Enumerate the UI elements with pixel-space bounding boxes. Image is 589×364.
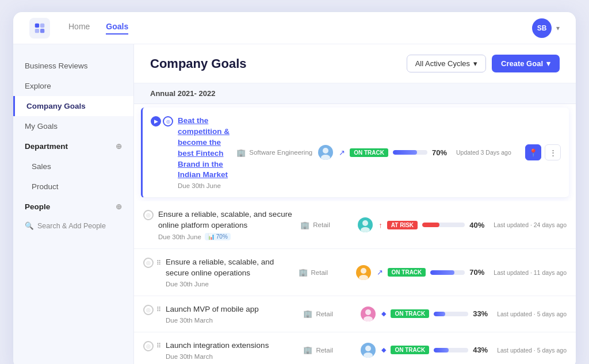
goal-4-trend-icon: ◆ — [381, 310, 386, 317]
goal-4-updated: Last updated · 5 days ago — [497, 311, 567, 317]
goal-3-expand-icon[interactable]: ◎ — [143, 258, 154, 268]
nav-links: Home Goals — [68, 22, 532, 35]
goal-2-badge: 📊70% — [205, 233, 231, 240]
cycles-chevron-icon: ▾ — [473, 59, 477, 68]
sidebar-item-people[interactable]: People ⊕ — [13, 197, 133, 217]
goal-2-trend-icon: ↑ — [378, 221, 383, 229]
goal-5-dept: Retail — [316, 347, 332, 354]
goal-1-dept: Software Engineering — [249, 149, 312, 156]
svg-rect-3 — [40, 28, 44, 32]
goal-1-due: Due 30th June — [178, 182, 231, 189]
goal-1-status: ON TRACK — [350, 148, 388, 157]
goal-1-title[interactable]: Beat the competition & become the best F… — [178, 116, 231, 181]
goal-4-status: ON TRACK — [391, 309, 429, 318]
goal-3-text: Ensure a reliable, scalable, and secure … — [166, 257, 293, 288]
content-header: Company Goals All Active Cycles ▾ Create… — [134, 44, 576, 83]
goal-1-dept-icon: 🏢 — [236, 148, 246, 157]
svg-point-12 — [365, 346, 371, 351]
user-menu-chevron[interactable]: ▾ — [556, 24, 560, 32]
svg-point-10 — [365, 309, 371, 315]
goal-5-due: Due 30th March — [166, 353, 269, 360]
goal-1-pin-button[interactable]: 📍 — [525, 144, 541, 160]
goal-row-1-left: ▶ ◎ Beat the competition & become the be… — [151, 116, 231, 189]
goal-1-more-button[interactable]: ⋮ — [545, 144, 561, 160]
goal-1-pct: 70% — [432, 148, 450, 157]
goal-row-3: ◎ ⠿ Ensure a reliable, scalable, and sec… — [134, 249, 576, 296]
goal-1-trend-icon: ↗ — [339, 148, 345, 157]
goal-5-pct: 43% — [473, 346, 491, 354]
user-avatar-nav[interactable]: SB — [532, 18, 552, 38]
svg-point-7 — [361, 227, 370, 232]
goal-2-progress-bar — [422, 223, 465, 227]
sidebar-item-my-goals[interactable]: My Goals — [13, 116, 133, 136]
top-nav: Home Goals SB ▾ — [13, 12, 576, 44]
goal-1-meta: 🏢 Software Engineering — [236, 148, 312, 157]
goal-4-progress: ◆ ON TRACK 33% — [381, 309, 491, 318]
svg-point-6 — [362, 220, 368, 226]
goal-3-avatar — [356, 265, 371, 280]
goal-2-dept-icon: 🏢 — [300, 221, 309, 229]
goal-2-avatar — [358, 217, 373, 232]
sidebar-item-sales[interactable]: Sales — [13, 156, 133, 177]
sidebar: Business Reviews Explore Company Goals M… — [13, 44, 134, 364]
goal-5-progress-fill — [434, 348, 449, 352]
goal-row-1: ▶ ◎ Beat the competition & become the be… — [141, 108, 569, 198]
nav-right: SB ▾ — [532, 18, 560, 38]
goal-2-progress-fill — [422, 223, 439, 227]
goals-list: Annual 2021- 2022 ▶ ◎ Beat the competiti… — [134, 83, 576, 364]
goal-4-meta: 🏢 Retail — [303, 309, 355, 318]
nav-home[interactable]: Home — [68, 22, 90, 35]
svg-point-8 — [361, 268, 366, 274]
goal-5-title[interactable]: Launch integration extensions — [166, 340, 269, 351]
goal-5-expand-icon[interactable]: ◎ — [143, 341, 154, 351]
people-search-icon[interactable]: ⊕ — [116, 202, 122, 211]
nav-goals[interactable]: Goals — [106, 22, 128, 35]
goal-5-updated: Last updated · 5 days ago — [497, 347, 567, 354]
sidebar-item-company-goals[interactable]: Company Goals — [13, 96, 133, 116]
search-add-people-icon: 🔍 — [25, 221, 34, 230]
goal-5-progress-bar — [434, 348, 468, 352]
goal-1-progress-fill — [393, 150, 417, 155]
goal-3-dept: Retail — [311, 269, 328, 276]
goal-2-expand-icon[interactable]: ◎ — [143, 210, 154, 220]
goal-3-dept-icon: 🏢 — [299, 268, 308, 277]
goal-2-meta: 🏢 Retail — [300, 221, 352, 229]
sidebar-item-product[interactable]: Product — [13, 177, 133, 197]
goal-4-title[interactable]: Launch MVP of mobile app — [166, 304, 259, 315]
goal-2-progress: ↑ AT RISK 40% — [378, 221, 488, 229]
period-header: Annual 2021- 2022 — [134, 83, 576, 104]
goal-2-title[interactable]: Ensure a reliable, scalable, and secure … — [158, 209, 294, 231]
svg-rect-2 — [35, 28, 39, 32]
page-title: Company Goals — [150, 56, 246, 71]
goal-3-pct: 70% — [469, 268, 488, 277]
search-add-people[interactable]: 🔍 Search & Add People — [13, 217, 133, 235]
department-search-icon[interactable]: ⊕ — [116, 142, 122, 151]
goal-2-updated: Last updated · 24 days ago — [494, 221, 567, 228]
sidebar-item-department[interactable]: Department ⊕ — [13, 136, 133, 156]
header-actions: All Active Cycles ▾ Create Goal ▾ — [407, 55, 560, 72]
goal-4-pct: 33% — [473, 309, 491, 318]
svg-point-9 — [359, 275, 368, 280]
goal-1-expand-icon[interactable]: ▶ — [151, 116, 161, 127]
goal-5-status: ON TRACK — [391, 346, 429, 354]
goal-5-meta: 🏢 Retail — [303, 346, 355, 354]
all-active-cycles-button[interactable]: All Active Cycles ▾ — [407, 55, 486, 72]
svg-point-13 — [364, 352, 373, 358]
goal-2-due: Due 30th June 📊70% — [158, 233, 294, 240]
goal-3-title[interactable]: Ensure a reliable, scalable, and secure … — [166, 257, 293, 279]
goal-4-expand-icon[interactable]: ◎ — [143, 305, 154, 315]
goal-row-5-left: ◎ ⠿ Launch integration extensions Due 30… — [143, 340, 297, 360]
goal-3-progress-bar — [430, 270, 465, 275]
goal-3-progress-fill — [430, 270, 454, 275]
goal-1-type-icon: ◎ — [163, 116, 173, 127]
goal-5-dept-icon: 🏢 — [303, 346, 312, 354]
create-goal-button[interactable]: Create Goal ▾ — [492, 55, 560, 72]
goal-1-progress: ↗ ON TRACK 70% — [339, 148, 450, 157]
goal-1-progress-bar — [393, 150, 427, 155]
goal-5-avatar — [361, 343, 376, 358]
goal-4-dept: Retail — [316, 311, 332, 317]
sidebar-item-business-reviews[interactable]: Business Reviews — [13, 56, 133, 76]
sidebar-item-explore[interactable]: Explore — [13, 76, 133, 96]
goal-row-2-left: ◎ Ensure a reliable, scalable, and secur… — [143, 209, 294, 240]
create-goal-chevron-icon: ▾ — [546, 59, 550, 68]
